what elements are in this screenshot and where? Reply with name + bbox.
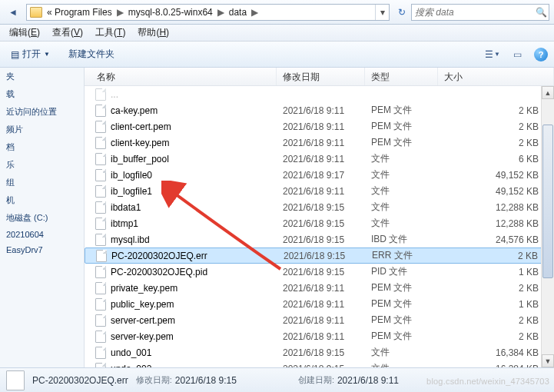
open-label: 打开 [22, 48, 41, 61]
file-type: 文件 [365, 201, 438, 214]
search-box[interactable]: 🔍 [411, 4, 549, 21]
view-mode-button[interactable]: ☰▼ [485, 47, 500, 62]
header-name[interactable]: 名称 [85, 68, 277, 85]
chevron-right-icon: ▶ [214, 7, 227, 18]
file-date: 2021/6/18 9:11 [277, 105, 365, 116]
table-row[interactable]: ibtmp12021/6/18 9:15文件12,288 KB [85, 215, 554, 231]
menu-item[interactable]: 帮助(H) [131, 25, 175, 41]
table-row[interactable]: undo_0012021/6/18 9:15文件16,384 KB [85, 344, 554, 360]
file-date: 2021/6/18 9:15 [277, 267, 365, 277]
sidebar-item[interactable]: 载 [0, 85, 84, 103]
sidebar-item[interactable]: 近访问的位置 [0, 103, 84, 121]
breadcrumb-box[interactable]: « Program Files ▶ mysql-8.0.25-winx64 ▶ … [26, 4, 390, 21]
file-size: 2 KB [438, 121, 554, 132]
header-type[interactable]: 类型 [365, 68, 438, 85]
header-size[interactable]: 大小 [438, 68, 554, 85]
file-name: ibtmp1 [111, 218, 138, 229]
vertical-scrollbar[interactable]: ▲ ▼ [541, 86, 554, 367]
file-date: 2021/6/18 9:15 [277, 234, 365, 245]
sidebar-item[interactable]: 地磁盘 (C:) [0, 209, 84, 227]
sidebar: 夹载近访问的位置频片档乐组机地磁盘 (C:)20210604EasyDrv7 [0, 68, 85, 367]
file-icon [95, 218, 106, 230]
file-name: ib_buffer_pool [111, 154, 169, 164]
table-row[interactable]: ibdata12021/6/18 9:15文件12,288 KB [85, 199, 554, 215]
menu-item[interactable]: 查看(V) [46, 25, 89, 41]
file-icon [95, 201, 106, 214]
table-row[interactable]: public_key.pem2021/6/18 9:11PEM 文件1 KB [85, 296, 554, 312]
breadcrumb-segment[interactable]: « Program Files [45, 7, 114, 18]
sidebar-item[interactable]: 机 [0, 191, 84, 209]
menu-item[interactable]: 编辑(E) [3, 25, 46, 41]
table-row[interactable]: ib_buffer_pool2021/6/18 9:11文件6 KB [85, 151, 554, 167]
file-name: undo_001 [111, 347, 151, 358]
table-row[interactable]: server-cert.pem2021/6/18 9:11PEM 文件2 KB [85, 312, 554, 328]
table-row[interactable]: ca-key.pem2021/6/18 9:11PEM 文件2 KB [85, 102, 554, 118]
table-row[interactable]: ib_logfile02021/6/18 9:17文件49,152 KB [85, 167, 554, 183]
sidebar-item[interactable]: EasyDrv7 [0, 242, 84, 257]
table-row[interactable]: undo_0022021/6/18 9:15文件16,384 KB [85, 360, 554, 367]
scroll-thumb[interactable] [542, 125, 553, 278]
file-size: 24,576 KB [438, 234, 554, 245]
nav-back-button[interactable]: ◄ [3, 3, 23, 22]
file-icon [95, 314, 106, 327]
file-size: 6 KB [438, 154, 554, 164]
table-row[interactable]: ... [85, 86, 554, 102]
open-icon: ▤ [11, 49, 19, 60]
file-type: PID 文件 [365, 265, 438, 278]
table-row[interactable]: PC-20200302OJEQ.err2021/6/18 9:15ERR 文件2… [85, 247, 554, 264]
table-row[interactable]: client-cert.pem2021/6/18 9:11PEM 文件2 KB [85, 118, 554, 135]
table-row[interactable]: server-key.pem2021/6/18 9:11PEM 文件2 KB [85, 328, 554, 344]
refresh-button[interactable]: ↻ [393, 7, 411, 18]
file-size: 12,288 KB [438, 218, 554, 229]
file-size: 1 KB [438, 267, 554, 277]
help-button[interactable]: ? [534, 48, 548, 61]
file-name: server-cert.pem [111, 315, 175, 326]
file-type: IBD 文件 [365, 233, 438, 246]
status-modified-label: 修改日期: [136, 374, 172, 386]
sidebar-item[interactable]: 乐 [0, 156, 84, 174]
table-row[interactable]: ib_logfile12021/6/18 9:11文件49,152 KB [85, 183, 554, 199]
search-input[interactable] [412, 7, 534, 18]
scroll-down-button[interactable]: ▼ [542, 354, 554, 367]
preview-pane-button[interactable]: ▭ [509, 47, 525, 62]
sidebar-item[interactable]: 20210604 [0, 227, 84, 242]
table-row[interactable]: PC-20200302OJEQ.pid2021/6/18 9:15PID 文件1… [85, 264, 554, 280]
file-icon [95, 169, 106, 181]
file-name: private_key.pem [111, 283, 177, 294]
file-size: 2 KB [438, 315, 554, 326]
breadcrumb-segment[interactable]: mysql-8.0.25-winx64 [127, 7, 214, 18]
header-date[interactable]: 修改日期 [277, 68, 365, 85]
table-row[interactable]: private_key.pem2021/6/18 9:11PEM 文件2 KB [85, 280, 554, 296]
sidebar-item[interactable]: 频片 [0, 121, 84, 138]
menu-bar: 编辑(E)查看(V)工具(T)帮助(H) [0, 25, 554, 42]
status-bar: PC-20200302OJEQ.err 修改日期: 2021/6/18 9:15… [0, 367, 554, 392]
breadcrumb-segment[interactable]: data [227, 7, 248, 18]
file-type: 文件 [365, 217, 438, 230]
search-icon[interactable]: 🔍 [534, 7, 549, 18]
file-name: client-key.pem [111, 138, 169, 148]
address-bar: ◄ « Program Files ▶ mysql-8.0.25-winx64 … [0, 0, 554, 25]
address-dropdown-button[interactable]: ▾ [375, 5, 389, 20]
table-row[interactable]: mysql.ibd2021/6/18 9:15IBD 文件24,576 KB [85, 231, 554, 247]
menu-item[interactable]: 工具(T) [89, 25, 131, 41]
body-area: 夹载近访问的位置频片档乐组机地磁盘 (C:)20210604EasyDrv7 名… [0, 68, 554, 367]
scroll-up-button[interactable]: ▲ [542, 86, 554, 99]
file-type: PEM 文件 [365, 136, 438, 149]
new-folder-button[interactable]: 新建文件夹 [64, 46, 119, 62]
file-date: 2021/6/18 9:11 [277, 331, 365, 342]
status-modified-value: 2021/6/18 9:15 [175, 375, 237, 386]
sidebar-item[interactable]: 夹 [0, 68, 84, 85]
file-size: 12,288 KB [438, 202, 554, 213]
file-date: 2021/6/18 9:11 [277, 283, 365, 294]
file-date: 2021/6/18 9:11 [277, 315, 365, 326]
sidebar-item[interactable]: 组 [0, 174, 84, 191]
sidebar-item[interactable]: 档 [0, 138, 84, 156]
file-size: 1 KB [438, 299, 554, 310]
file-name: client-cert.pem [111, 121, 171, 132]
file-size: 2 KB [438, 331, 554, 342]
file-size: 16,384 KB [438, 347, 554, 358]
file-date: 2021/6/18 9:11 [277, 299, 365, 310]
table-row[interactable]: client-key.pem2021/6/18 9:11PEM 文件2 KB [85, 135, 554, 151]
open-button[interactable]: ▤ 打开 ▼ [6, 46, 55, 62]
toolbar: ▤ 打开 ▼ 新建文件夹 ☰▼ ▭ ? [0, 42, 554, 68]
